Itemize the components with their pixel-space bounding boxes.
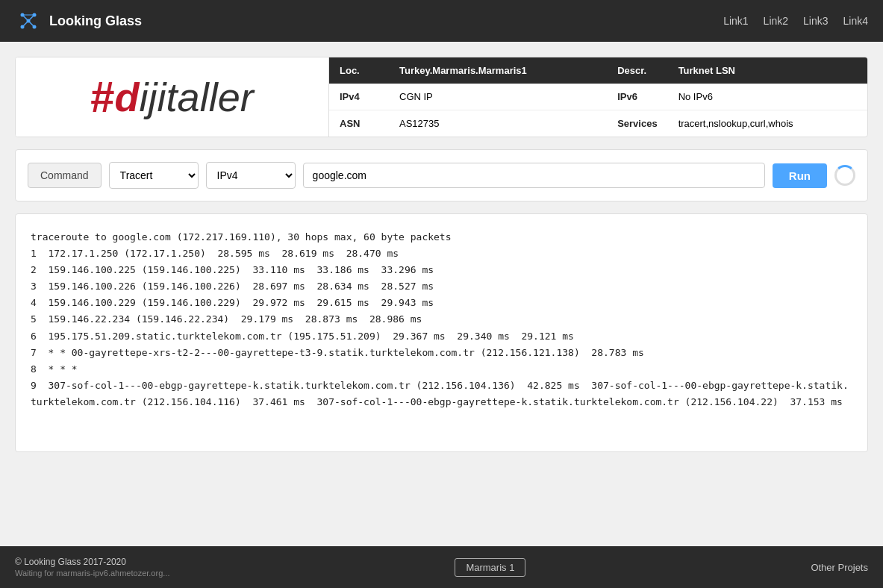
- col-descr: Descr.: [607, 57, 668, 84]
- header-link-2[interactable]: Link2: [764, 15, 788, 27]
- svg-line-7: [22, 21, 28, 27]
- col-descr-val: Turknet LSN: [668, 57, 867, 84]
- svg-line-8: [28, 21, 34, 27]
- proto-select[interactable]: IPv4 IPv6: [206, 162, 296, 189]
- info-table: Loc. Turkey.Marmaris.Marmaris1 Descr. Tu…: [329, 57, 867, 137]
- output-box: traceroute to google.com (172.217.169.11…: [15, 213, 868, 452]
- ipv6-val: No IPv6: [668, 84, 867, 110]
- info-logo-area: #dijitaller: [16, 57, 329, 137]
- ipv4-val: CGN IP: [389, 84, 607, 110]
- command-label: Command: [28, 163, 102, 188]
- brand-logo: #dijitaller: [90, 75, 253, 119]
- header-nav: Link1 Link2 Link3 Link4: [723, 15, 868, 27]
- run-button[interactable]: Run: [773, 163, 827, 188]
- services-val: tracert,nslookup,curl,whois: [668, 110, 867, 137]
- header: Looking Glass Link1 Link2 Link3 Link4: [0, 0, 883, 42]
- footer: © Looking Glass 2017-2020 Waiting for ma…: [0, 546, 883, 588]
- asn-val: AS12735: [389, 110, 607, 137]
- ipv4-label: IPv4: [329, 84, 389, 110]
- target-input[interactable]: [303, 163, 765, 188]
- services-label: Services: [607, 110, 668, 137]
- col-location-val: Turkey.Marmaris.Marmaris1: [389, 57, 607, 84]
- footer-waiting: Waiting for marmaris-ipv6.ahmetozer.org.…: [15, 569, 169, 578]
- main-content: #dijitaller Loc. Turkey.Marmaris.Marmari…: [0, 42, 883, 546]
- header-logo: Looking Glass: [15, 7, 142, 34]
- header-link-3[interactable]: Link3: [803, 15, 828, 27]
- command-select[interactable]: Tracert NSLookup Curl Whois: [109, 162, 199, 189]
- footer-badge[interactable]: Marmaris 1: [455, 558, 525, 577]
- ipv6-label: IPv6: [607, 84, 668, 110]
- logo-icon: [15, 7, 42, 34]
- info-card: #dijitaller Loc. Turkey.Marmaris.Marmari…: [15, 57, 868, 137]
- svg-line-6: [28, 15, 34, 21]
- svg-line-5: [22, 15, 28, 21]
- header-title: Looking Glass: [49, 13, 142, 29]
- loading-spinner: [834, 165, 855, 186]
- header-link-4[interactable]: Link4: [843, 15, 868, 27]
- col-loc: Loc.: [329, 57, 389, 84]
- footer-other-projects[interactable]: Other Projets: [811, 562, 868, 573]
- footer-copyright: © Looking Glass 2017-2020: [15, 557, 169, 567]
- command-bar: Command Tracert NSLookup Curl Whois IPv4…: [15, 149, 868, 201]
- header-link-1[interactable]: Link1: [723, 15, 748, 27]
- table-row-asn: ASN AS12735 Services tracert,nslookup,cu…: [329, 110, 867, 137]
- table-row-ipv4: IPv4 CGN IP IPv6 No IPv6: [329, 84, 867, 110]
- asn-label: ASN: [329, 110, 389, 137]
- footer-left: © Looking Glass 2017-2020 Waiting for ma…: [15, 557, 169, 578]
